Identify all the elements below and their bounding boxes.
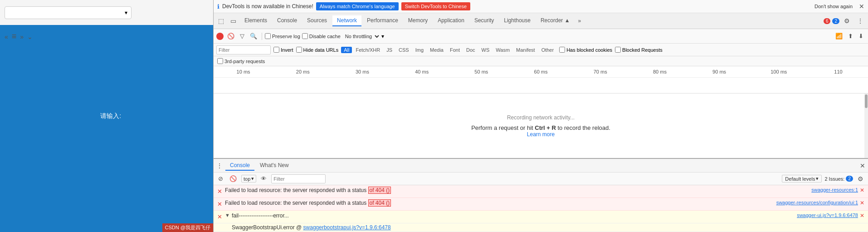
third-party-text: 3rd-party requests: [224, 59, 265, 64]
filter-icon[interactable]: ▽: [238, 32, 246, 40]
device-icon[interactable]: ▭: [228, 15, 239, 26]
tab-console[interactable]: Console: [273, 15, 302, 26]
warn-sub-row: SwaggerBootstrapUi.error @ swaggerbootst…: [214, 223, 868, 232]
blocked-requests-label[interactable]: Blocked Requests: [615, 47, 663, 53]
filter-tag-img[interactable]: Img: [413, 47, 426, 53]
network-scrollbar[interactable]: [864, 94, 868, 158]
hide-data-urls-checkbox[interactable]: [296, 47, 302, 53]
wifi-icon[interactable]: 📶: [834, 32, 844, 40]
filter-tag-fetch[interactable]: Fetch/XHR: [353, 47, 383, 53]
record-button[interactable]: [216, 33, 224, 40]
settings-icon[interactable]: ⚙: [841, 15, 853, 26]
inspect-icon[interactable]: ⬚: [215, 15, 227, 26]
warn-source[interactable]: swagger-ui.js?v=1.9.6:6478: [797, 212, 858, 218]
default-levels-selector[interactable]: Default levels ▾: [782, 175, 822, 183]
filter-tag-doc[interactable]: Doc: [463, 47, 478, 53]
default-levels-text: Default levels: [785, 176, 815, 182]
filter-tag-media[interactable]: Media: [427, 47, 446, 53]
timeline-20ms: 20 ms: [273, 69, 332, 74]
more-options-icon[interactable]: ⋮: [854, 15, 866, 26]
context-selector[interactable]: top ▾: [241, 175, 256, 183]
filter-tag-font[interactable]: Font: [447, 47, 463, 53]
expand-arrow-icon[interactable]: ▼: [225, 212, 230, 218]
console-menu-icon[interactable]: ⋮: [216, 162, 223, 169]
address-bar[interactable]: ▾: [5, 6, 132, 19]
tab-lighthouse[interactable]: Lighthouse: [499, 15, 535, 26]
blocked-requests-checkbox[interactable]: [615, 47, 621, 53]
third-party-checkbox[interactable]: [217, 58, 223, 64]
more-tabs-button[interactable]: »: [575, 16, 584, 26]
scrollbar-thumb: [865, 94, 868, 108]
tab-elements[interactable]: Elements: [240, 15, 272, 26]
match-language-button[interactable]: Always match Chrome's language: [316, 2, 399, 10]
timeline-10ms: 10 ms: [214, 69, 273, 74]
invert-checkbox[interactable]: [273, 47, 279, 53]
browser-top-bar: ▾: [0, 0, 213, 25]
info-icon: ℹ: [217, 3, 219, 10]
invert-label[interactable]: Invert: [273, 47, 293, 53]
error-source-2[interactable]: swagger-resources/configuration/ui:1: [776, 200, 858, 205]
throttle-select[interactable]: No throttling: [342, 32, 380, 40]
console-filter-input[interactable]: [271, 174, 326, 183]
error-source-1[interactable]: swagger-resources:1: [811, 187, 858, 193]
disable-cache-label[interactable]: Disable cache: [302, 33, 341, 39]
switch-devtools-button[interactable]: Switch DevTools to Chinese: [401, 2, 470, 10]
tab-sources[interactable]: Sources: [302, 15, 332, 26]
third-party-label[interactable]: 3rd-party requests: [217, 58, 864, 64]
lang-bar-close-icon[interactable]: ✕: [859, 3, 864, 10]
preserve-log-checkbox[interactable]: [265, 33, 271, 39]
preserve-log-label[interactable]: Preserve log: [265, 33, 300, 39]
tab-performance[interactable]: Performance: [362, 15, 403, 26]
tab-console-panel[interactable]: Console: [225, 161, 254, 171]
timeline-70ms: 70 ms: [571, 69, 630, 74]
has-blocked-cookies-checkbox[interactable]: [559, 47, 565, 53]
filter-tag-all[interactable]: All: [341, 47, 352, 53]
hide-data-urls-text: Hide data URLs: [303, 47, 339, 53]
has-blocked-cookies-label[interactable]: Has blocked cookies: [559, 47, 612, 53]
tab-security[interactable]: Security: [470, 15, 498, 26]
chevron-down-icon[interactable]: ⌄: [27, 33, 33, 40]
error-close-2[interactable]: ✕: [860, 200, 864, 206]
chevron-right-icon[interactable]: »: [20, 33, 24, 40]
timeline-body: [214, 78, 868, 94]
timeline-90ms: 90 ms: [690, 69, 749, 74]
error-row-2: ✕ Failed to load resource: the server re…: [214, 198, 868, 211]
tab-network[interactable]: Network: [332, 15, 361, 26]
warn-sub-link[interactable]: swaggerbootstrapui.js?v=1.9.6:6478: [303, 224, 391, 231]
clear-button[interactable]: 🚫: [225, 32, 236, 40]
browser-panel: ▾ « ≡ » ⌄ 请输入: CSDN @我是四飞仔: [0, 0, 213, 232]
filter-tag-wasm[interactable]: Wasm: [493, 47, 512, 53]
tab-application[interactable]: Application: [433, 15, 469, 26]
disable-cache-checkbox[interactable]: [302, 33, 308, 39]
console-settings-icon[interactable]: ⚙: [856, 174, 865, 183]
warn-close[interactable]: ✕: [860, 212, 864, 219]
tab-memory[interactable]: Memory: [404, 15, 432, 26]
filter-tag-css[interactable]: CSS: [396, 47, 412, 53]
levels-dropdown-icon: ▾: [816, 176, 819, 182]
filter-input[interactable]: [216, 45, 271, 54]
filter-tag-other[interactable]: Other: [539, 47, 557, 53]
filter-tag-manifest[interactable]: Manifest: [513, 47, 538, 53]
devtools-right-icons: 6 2 ⚙ ⋮: [824, 15, 866, 26]
eye-icon[interactable]: 👁: [259, 174, 268, 183]
download-icon[interactable]: ⬇: [857, 32, 865, 40]
dont-show-link[interactable]: Don't show again: [814, 4, 853, 9]
tab-whats-new[interactable]: What's New: [255, 161, 293, 171]
filter-tag-ws[interactable]: WS: [479, 47, 493, 53]
timeline-60ms: 60 ms: [511, 69, 571, 74]
separator: [262, 33, 262, 40]
hide-data-urls-label[interactable]: Hide data URLs: [296, 47, 339, 53]
learn-more-link[interactable]: Learn more: [527, 131, 555, 138]
search-icon[interactable]: 🔍: [248, 32, 259, 40]
tab-recorder[interactable]: Recorder ▲: [536, 15, 575, 26]
chevron-left-icon[interactable]: «: [5, 33, 8, 40]
error-close-1[interactable]: ✕: [860, 187, 864, 193]
close-console-icon[interactable]: ✕: [860, 162, 865, 169]
timeline-80ms: 80 ms: [630, 69, 689, 74]
block-icon[interactable]: 🚫: [228, 174, 239, 183]
list-icon[interactable]: ≡: [12, 32, 17, 41]
filter-tag-js[interactable]: JS: [384, 47, 395, 53]
upload-icon[interactable]: ⬆: [846, 32, 855, 40]
error-icon-1: ✕: [217, 188, 222, 195]
clear-console-icon[interactable]: ⊘: [216, 174, 225, 183]
